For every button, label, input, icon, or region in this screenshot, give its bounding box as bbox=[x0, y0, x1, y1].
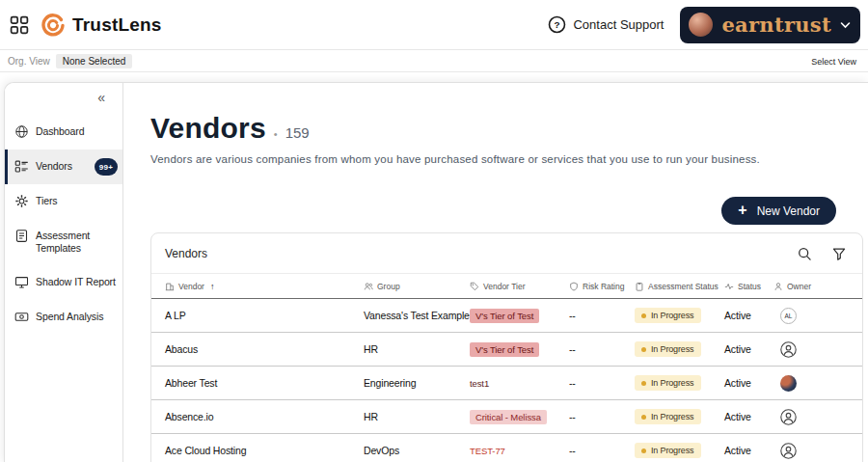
group-name: HR bbox=[364, 411, 378, 422]
page-subtitle: Vendors are various companies from whom … bbox=[150, 153, 868, 165]
column-assessment-status[interactable]: Assessment Status bbox=[635, 282, 724, 291]
assessment-status-badge: In Progress bbox=[635, 341, 701, 357]
owner-initials-avatar: AL bbox=[780, 308, 797, 324]
group-name: Vanessa's Test Examples bbox=[364, 310, 475, 321]
brand[interactable]: TrustLens bbox=[41, 13, 162, 38]
sidebar-item-tiers[interactable]: Tiers bbox=[5, 184, 122, 219]
account-name: earntrust bbox=[721, 13, 831, 37]
vendor-name: Abacus bbox=[165, 343, 198, 355]
new-vendor-button[interactable]: + New Vendor bbox=[721, 197, 836, 225]
owner-photo-avatar bbox=[780, 375, 797, 392]
column-risk-rating[interactable]: Risk Rating bbox=[569, 282, 635, 291]
shield-icon bbox=[569, 282, 579, 291]
card-title: Vendors bbox=[165, 247, 207, 260]
pulse-icon bbox=[724, 282, 734, 291]
brand-logo-icon bbox=[41, 13, 66, 38]
grid-menu-icon[interactable] bbox=[10, 15, 29, 35]
vendor-tier-badge: V's Tier of Test bbox=[470, 342, 539, 357]
assessment-status-label: In Progress bbox=[651, 344, 693, 354]
plus-icon: + bbox=[738, 203, 746, 218]
owner-avatar[interactable] bbox=[773, 375, 862, 392]
globe-icon bbox=[14, 125, 29, 139]
vendors-icon bbox=[14, 160, 29, 174]
table-row[interactable]: Abheer Test Engineering test1 -- In Prog… bbox=[151, 367, 862, 400]
sidebar-item-label: Shadow IT Report bbox=[36, 276, 116, 288]
tag-icon bbox=[470, 282, 479, 291]
contact-support-label: Contact Support bbox=[573, 17, 664, 32]
risk-rating: -- bbox=[569, 310, 576, 321]
sidebar-item-label: Assessment Templates bbox=[36, 230, 119, 255]
vendor-tier-badge: TEST-77 bbox=[470, 444, 505, 458]
assessment-status-label: In Progress bbox=[651, 446, 693, 455]
column-status[interactable]: Status bbox=[724, 282, 773, 291]
table-body: A LP Vanessa's Test Examples V's Tier of… bbox=[151, 299, 862, 462]
collapse-sidebar-button[interactable]: « bbox=[5, 91, 122, 104]
column-group[interactable]: Group bbox=[364, 282, 470, 291]
sidebar-item-vendors[interactable]: Vendors 99+ bbox=[5, 149, 122, 184]
gear-icon bbox=[14, 195, 29, 208]
contact-support-button[interactable]: ? Contact Support bbox=[548, 15, 664, 34]
owner-avatar[interactable] bbox=[773, 341, 862, 358]
table-row[interactable]: Ace Cloud Hosting DevOps TEST-77 -- In P… bbox=[151, 434, 862, 462]
column-owner[interactable]: Owner bbox=[773, 282, 862, 291]
org-view-value[interactable]: None Selected bbox=[56, 54, 133, 68]
owner-avatar[interactable] bbox=[773, 443, 862, 459]
owner-avatar[interactable]: AL bbox=[773, 308, 862, 324]
vendor-name: Abheer Test bbox=[165, 377, 217, 389]
risk-rating: -- bbox=[569, 411, 576, 422]
vendor-name: Ace Cloud Hosting bbox=[165, 445, 246, 456]
risk-rating: -- bbox=[569, 445, 576, 456]
app-title: TrustLens bbox=[72, 14, 162, 36]
table-row[interactable]: A LP Vanessa's Test Examples V's Tier of… bbox=[151, 299, 862, 333]
org-view-bar: Org. View None Selected Select View bbox=[0, 51, 868, 72]
account-menu[interactable]: earntrust bbox=[680, 7, 860, 43]
table-row[interactable]: Absence.io HR Critical - Melissa -- In P… bbox=[151, 400, 862, 434]
building-icon bbox=[165, 282, 175, 291]
assessment-status-label: In Progress bbox=[651, 412, 693, 421]
sidebar-item-label: Spend Analysis bbox=[36, 311, 103, 323]
vendor-tier-badge: test1 bbox=[470, 376, 489, 391]
sidebar-item-dashboard[interactable]: Dashboard bbox=[5, 115, 122, 149]
status-dot-icon bbox=[641, 381, 646, 386]
sidebar: « Dashboard Vendors 99+ Tiers bbox=[5, 83, 123, 462]
status-dot-icon bbox=[641, 415, 646, 420]
risk-rating: -- bbox=[569, 343, 576, 355]
monitor-icon bbox=[14, 276, 29, 289]
status-label: Active bbox=[724, 411, 751, 422]
org-view-label: Org. View bbox=[8, 56, 50, 67]
chevron-down-icon bbox=[840, 21, 851, 29]
group-name: HR bbox=[364, 343, 378, 355]
templates-icon bbox=[14, 230, 29, 243]
group-name: Engineering bbox=[364, 377, 416, 389]
assessment-status-badge: In Progress bbox=[635, 409, 701, 424]
column-vendor[interactable]: Vendor ↑ bbox=[165, 282, 364, 291]
status-label: Active bbox=[724, 377, 751, 389]
table-row[interactable]: Abacus HR V's Tier of Test -- In Progres… bbox=[151, 333, 862, 367]
select-view-link[interactable]: Select View bbox=[811, 57, 856, 67]
sort-asc-icon: ↑ bbox=[210, 282, 215, 291]
main-panel: « Dashboard Vendors 99+ Tiers bbox=[4, 82, 868, 462]
vendors-card: Vendors Vendor ↑ G bbox=[150, 232, 863, 462]
help-icon: ? bbox=[548, 15, 566, 34]
filter-icon[interactable] bbox=[831, 246, 847, 261]
sidebar-item-shadow-it-report[interactable]: Shadow IT Report bbox=[5, 265, 122, 300]
assessment-status-label: In Progress bbox=[651, 311, 693, 320]
table-header: Vendor ↑ Group Vendor Tier Risk Rating bbox=[151, 273, 862, 299]
vendor-name: Absence.io bbox=[165, 411, 213, 422]
assessment-status-badge: In Progress bbox=[635, 375, 701, 391]
people-icon bbox=[364, 282, 373, 291]
sidebar-item-label: Tiers bbox=[36, 195, 57, 207]
search-icon[interactable] bbox=[797, 246, 812, 261]
vendor-tier-badge: Critical - Melissa bbox=[470, 410, 547, 424]
new-vendor-label: New Vendor bbox=[757, 204, 820, 218]
status-label: Active bbox=[724, 310, 751, 321]
vendor-name: A LP bbox=[165, 310, 186, 321]
status-label: Active bbox=[724, 343, 751, 355]
sidebar-item-spend-analysis[interactable]: Spend Analysis bbox=[5, 300, 122, 335]
owner-avatar[interactable] bbox=[773, 409, 862, 425]
group-name: DevOps bbox=[364, 445, 399, 456]
status-dot-icon bbox=[641, 313, 646, 318]
sidebar-item-assessment-templates[interactable]: Assessment Templates bbox=[5, 219, 122, 265]
content-area: Vendors • 159 Vendors are various compan… bbox=[123, 83, 868, 462]
column-vendor-tier[interactable]: Vendor Tier bbox=[470, 282, 569, 291]
